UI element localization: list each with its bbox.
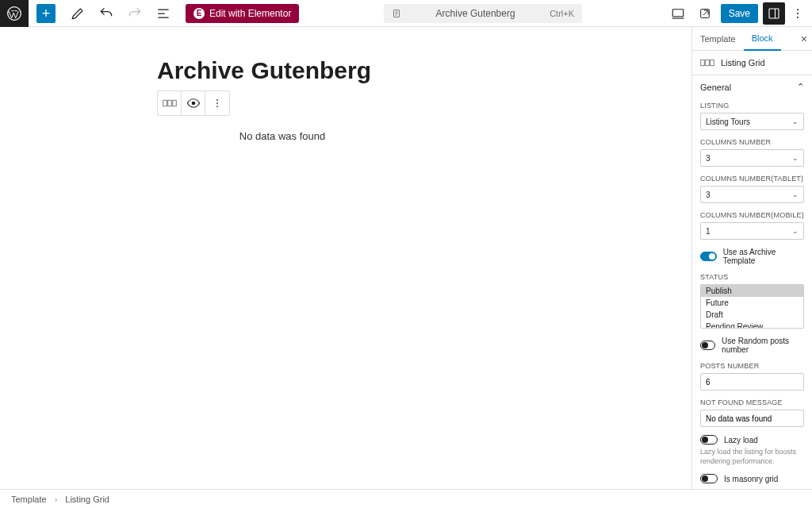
block-card: Listing Grid xyxy=(692,51,812,75)
block-name: Listing Grid xyxy=(721,58,765,67)
edit-with-elementor-button[interactable]: E Edit with Elementor xyxy=(186,4,299,23)
status-option-draft[interactable]: Draft xyxy=(701,309,803,321)
chevron-down-icon: ⌄ xyxy=(792,227,799,235)
listing-select[interactable]: Listing Tours⌄ xyxy=(700,113,804,130)
listing-grid-icon xyxy=(700,57,714,68)
settings-sidebar: Template Block × Listing Grid General ⌃ … xyxy=(691,27,812,489)
template-icon xyxy=(392,9,401,18)
page-title[interactable]: Archive Gutenberg xyxy=(157,57,691,84)
status-option-future[interactable]: Future xyxy=(701,297,803,309)
preview-icon[interactable] xyxy=(182,91,205,115)
document-overview-button[interactable] xyxy=(149,0,178,27)
document-title: Archive Gutenberg xyxy=(408,8,543,19)
chevron-down-icon: ⌄ xyxy=(792,190,799,198)
listing-label: Listing xyxy=(700,102,804,110)
more-options-button[interactable] xyxy=(790,0,806,27)
lazy-load-toggle[interactable] xyxy=(700,435,718,444)
top-toolbar: + E Edit with Elementor Archive Gutenber… xyxy=(0,0,812,27)
view-desktop-button[interactable] xyxy=(667,0,689,27)
status-listbox[interactable]: Publish Future Draft Pending Review xyxy=(700,284,804,329)
random-posts-label: Use Random posts number xyxy=(722,337,804,354)
svg-point-13 xyxy=(216,102,218,104)
svg-rect-16 xyxy=(706,60,710,66)
section-general: General ⌃ Listing Listing Tours⌄ Columns… xyxy=(692,75,812,489)
svg-rect-9 xyxy=(167,100,171,106)
archive-template-toggle[interactable] xyxy=(700,252,717,261)
posts-number-label: Posts Number xyxy=(700,362,804,370)
block-options-button[interactable] xyxy=(205,91,229,115)
columns-tablet-select[interactable]: 3⌄ xyxy=(700,186,804,203)
svg-point-12 xyxy=(216,99,218,101)
editor-canvas: Archive Gutenberg No data was found xyxy=(0,27,691,489)
edit-mode-button[interactable] xyxy=(63,0,92,27)
section-general-toggle[interactable]: General ⌃ xyxy=(692,75,812,98)
masonry-toggle[interactable] xyxy=(700,474,718,483)
chevron-down-icon: ⌄ xyxy=(792,154,799,162)
svg-rect-8 xyxy=(163,100,167,106)
settings-panel-toggle[interactable] xyxy=(763,2,785,25)
command-shortcut: Ctrl+K xyxy=(550,9,574,18)
svg-rect-2 xyxy=(672,9,684,16)
status-option-pending[interactable]: Pending Review xyxy=(701,321,803,329)
breadcrumb: Template › Listing Grid xyxy=(0,489,812,508)
wordpress-logo[interactable] xyxy=(0,0,29,27)
archive-template-label: Use as Archive Template xyxy=(723,248,804,265)
tab-template[interactable]: Template xyxy=(692,27,744,51)
not-found-input[interactable] xyxy=(700,410,804,427)
columns-mobile-select[interactable]: 1⌄ xyxy=(700,222,804,240)
random-posts-toggle[interactable] xyxy=(700,341,715,350)
lazy-load-help: Lazy load the listing for boosts renderi… xyxy=(700,448,804,466)
elementor-icon: E xyxy=(193,8,205,19)
columns-select[interactable]: 3⌄ xyxy=(700,149,804,167)
tab-block[interactable]: Block xyxy=(744,27,781,51)
document-title-bar[interactable]: Archive Gutenberg Ctrl+K xyxy=(384,4,582,23)
masonry-label: Is masonry grid xyxy=(724,475,778,483)
status-option-publish[interactable]: Publish xyxy=(701,285,803,297)
status-label: Status xyxy=(700,273,804,281)
add-block-button[interactable]: + xyxy=(36,4,56,23)
svg-point-11 xyxy=(191,102,195,106)
breadcrumb-separator: › xyxy=(55,495,58,504)
view-site-button[interactable] xyxy=(694,0,716,27)
chevron-down-icon: ⌄ xyxy=(792,117,799,125)
svg-rect-4 xyxy=(769,9,779,18)
save-button[interactable]: Save xyxy=(721,4,758,23)
svg-point-14 xyxy=(216,106,218,107)
svg-point-6 xyxy=(797,13,799,14)
no-data-message: No data was found xyxy=(0,130,565,142)
columns-tablet-label: Columns Number(Tablet) xyxy=(700,175,804,183)
svg-point-5 xyxy=(797,9,799,10)
svg-point-7 xyxy=(797,16,799,17)
columns-mobile-label: Columns Number(Mobile) xyxy=(700,211,804,219)
redo-button xyxy=(121,0,149,27)
breadcrumb-template[interactable]: Template xyxy=(11,495,47,504)
undo-button[interactable] xyxy=(92,0,121,27)
svg-rect-10 xyxy=(172,100,176,106)
block-toolbar xyxy=(157,90,230,116)
chevron-up-icon: ⌃ xyxy=(797,82,804,92)
breadcrumb-listing-grid[interactable]: Listing Grid xyxy=(65,495,109,504)
svg-rect-17 xyxy=(710,60,714,66)
not-found-label: Not Found Message xyxy=(700,398,804,406)
elementor-label: Edit with Elementor xyxy=(209,8,291,19)
close-sidebar-button[interactable]: × xyxy=(801,33,807,45)
sidebar-tabs: Template Block × xyxy=(692,27,812,51)
block-type-icon[interactable] xyxy=(158,91,182,115)
svg-rect-15 xyxy=(701,60,705,66)
columns-label: Columns Number xyxy=(700,138,804,146)
posts-number-input[interactable] xyxy=(700,373,804,391)
lazy-load-label: Lazy load xyxy=(724,436,758,444)
